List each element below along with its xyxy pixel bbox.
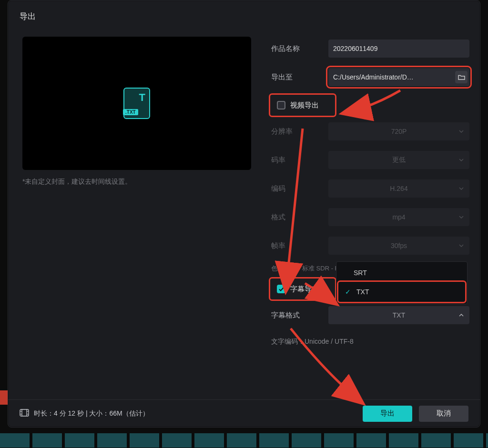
export-dialog: 导出 T .TXT *未自定义封面，建议去时间线设置。 作品名称 2022060… <box>8 0 480 428</box>
fps-select[interactable]: 30fps <box>328 237 469 255</box>
txt-file-icon: T .TXT <box>123 88 150 119</box>
video-export-checkbox[interactable] <box>277 101 285 110</box>
film-icon <box>20 409 29 418</box>
bitrate-select[interactable]: 更低 <box>328 151 469 169</box>
cancel-button[interactable]: 取消 <box>419 406 468 422</box>
chevron-down-icon <box>459 244 464 247</box>
chevron-down-icon <box>459 159 464 161</box>
subtitle-format-option-srt[interactable]: SRT <box>336 264 467 282</box>
footer-info-text: 时长：4 分 12 秒 | 大小：66M（估计） <box>34 409 149 418</box>
video-settings-group: 分辨率 720P 码率 更低 编码 H.264 格式 <box>271 121 469 273</box>
subtitle-format-option-txt[interactable]: ✓ TXT <box>339 283 464 301</box>
folder-icon <box>458 74 465 80</box>
subtitle-export-toggle[interactable]: 字幕导出 <box>271 279 334 299</box>
name-label: 作品名称 <box>271 44 328 53</box>
resolution-select[interactable]: 720P <box>328 122 469 140</box>
svg-rect-0 <box>20 409 29 416</box>
chevron-down-icon <box>459 216 464 219</box>
encoding-line: 文字编码：Unicode / UTF-8 <box>271 338 469 346</box>
video-export-toggle[interactable]: 视频导出 <box>271 96 334 115</box>
chevron-down-icon <box>459 130 464 133</box>
dialog-title: 导出 <box>20 11 36 22</box>
dialog-footer: 时长：4 分 12 秒 | 大小：66M（估计） 导出 取消 <box>8 399 480 427</box>
subtitle-export-checkbox[interactable] <box>277 285 285 293</box>
preview-note: *未自定义封面，建议去时间线设置。 <box>22 178 132 186</box>
export-form: 作品名称 202206011409 导出至 C:/Users/Administr… <box>271 39 469 346</box>
path-label: 导出至 <box>271 73 328 82</box>
codec-select[interactable]: H.264 <box>328 179 469 198</box>
subtitle-format-dropdown[interactable]: SRT ✓ TXT <box>336 261 468 304</box>
chevron-up-icon <box>459 314 464 317</box>
check-icon: ✓ <box>345 288 351 296</box>
export-button[interactable]: 导出 <box>363 406 412 422</box>
format-select[interactable]: mp4 <box>328 208 469 226</box>
name-input[interactable]: 202206011409 <box>328 40 469 58</box>
path-input[interactable]: C:/Users/Administrator/D… <box>328 68 469 86</box>
chevron-down-icon <box>459 187 464 190</box>
preview-thumbnail: T .TXT <box>22 37 251 170</box>
subtitle-format-select[interactable]: TXT <box>328 306 469 324</box>
browse-folder-button[interactable] <box>455 71 468 83</box>
subtitle-format-label: 字幕格式 <box>271 311 328 320</box>
